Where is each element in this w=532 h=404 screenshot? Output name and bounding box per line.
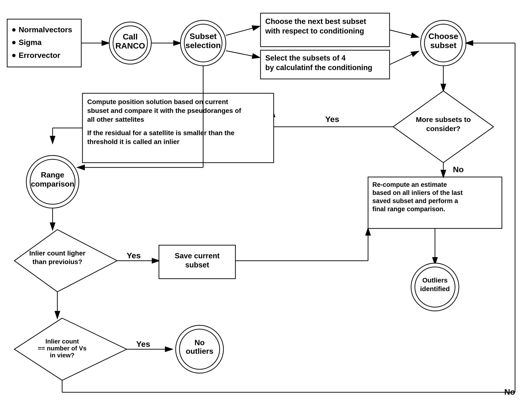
svg-text:Re-compute an estimate: Re-compute an estimate: [372, 181, 447, 188]
svg-text:in view?: in view?: [50, 352, 75, 359]
svg-text:comparison: comparison: [31, 180, 74, 188]
svg-text:than previoius?: than previoius?: [32, 258, 82, 266]
svg-text:No: No: [195, 338, 205, 347]
svg-text:More subsets to: More subsets to: [416, 116, 471, 124]
svg-text:Yes: Yes: [127, 251, 141, 260]
svg-text:Yes: Yes: [325, 115, 339, 124]
svg-text:subset: subset: [185, 261, 209, 269]
svg-text:based on all inliers of the la: based on all inliers of the last: [372, 189, 463, 196]
svg-text:== number of Vs: == number of Vs: [38, 345, 87, 352]
svg-text:by calculatinf the conditionin: by calculatinf the conditioning: [265, 63, 372, 72]
svg-text:Call: Call: [123, 32, 138, 41]
svg-text:sbuset and compare it with the: sbuset and compare it with the pseudoran…: [87, 107, 241, 114]
svg-text:subset: subset: [430, 41, 456, 50]
svg-text:saved subset and perform a: saved subset and perform a: [372, 197, 458, 204]
svg-text:Outliers: Outliers: [422, 276, 448, 284]
svg-text:selection: selection: [185, 41, 221, 50]
svg-text:If the residual for a satellit: If the residual for a satellite is small…: [87, 129, 234, 137]
svg-text:Normalvectors: Normalvectors: [19, 25, 72, 34]
svg-text:with respect to conditioning: with respect to conditioning: [265, 27, 364, 35]
svg-text:RANCO: RANCO: [115, 41, 145, 50]
svg-text:Compute position solution base: Compute position solution based on curre…: [87, 98, 228, 105]
svg-text:No: No: [504, 387, 515, 396]
svg-text:threshold it is called an inli: threshold it is called an inlier: [87, 138, 179, 145]
svg-text:identified: identified: [420, 285, 450, 293]
svg-point-113: [12, 54, 16, 57]
svg-text:all other sattelites: all other sattelites: [87, 116, 144, 123]
svg-point-111: [12, 41, 16, 44]
svg-text:Errorvector: Errorvector: [19, 51, 60, 59]
svg-text:No: No: [453, 165, 464, 174]
svg-text:Sigma: Sigma: [19, 38, 42, 47]
svg-text:consider?: consider?: [426, 125, 460, 132]
svg-point-109: [12, 28, 16, 32]
svg-text:Select the subsets of 4: Select the subsets of 4: [265, 54, 346, 62]
svg-text:Subset: Subset: [190, 32, 216, 41]
svg-text:Inlier count: Inlier count: [45, 338, 79, 345]
svg-text:Yes: Yes: [136, 339, 150, 349]
svg-text:Choose the next best subset: Choose the next best subset: [265, 17, 366, 26]
svg-text:final range comparison.: final range comparison.: [372, 205, 445, 213]
svg-text:outliers: outliers: [186, 347, 213, 355]
svg-text:Inlier count ligher: Inlier count ligher: [29, 249, 86, 257]
svg-text:Save current: Save current: [175, 252, 220, 260]
svg-text:Choose: Choose: [429, 32, 458, 41]
svg-text:Range: Range: [41, 170, 64, 179]
